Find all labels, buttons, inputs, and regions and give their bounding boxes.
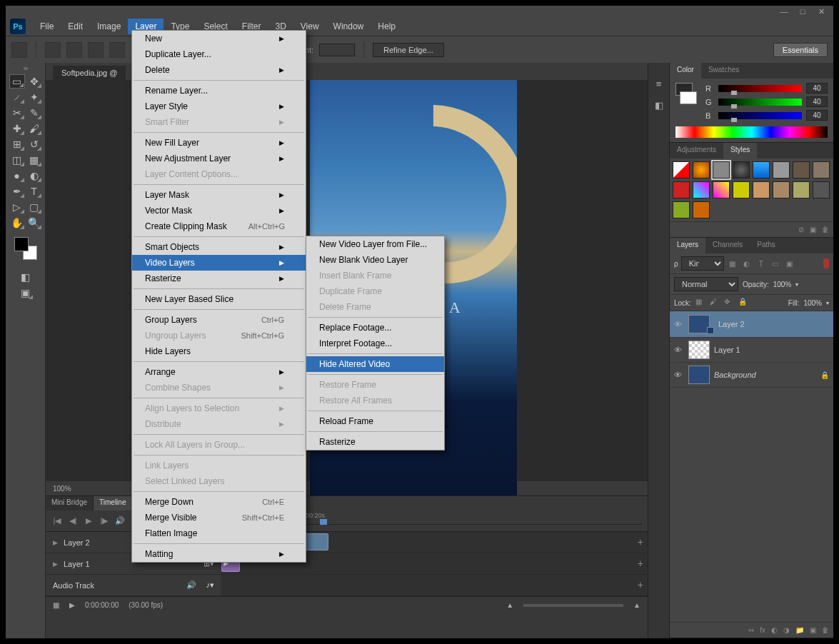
type-tool[interactable]: T [26, 184, 42, 198]
layer-row[interactable]: 👁Layer 1 [670, 338, 833, 363]
tab-styles[interactable]: Styles [723, 143, 757, 159]
adjustment-layer-icon[interactable]: ◑ [783, 626, 790, 634]
menu-item-new-video-layer-from-file[interactable]: New Video Layer from File... [306, 236, 444, 252]
tab-paths[interactable]: Paths [750, 238, 783, 253]
zoom-in-icon[interactable]: ▲ [633, 601, 640, 609]
dodge-tool[interactable]: ◐ [26, 168, 42, 183]
style-swatch[interactable] [733, 161, 750, 178]
selection-mode-add[interactable] [66, 42, 82, 58]
tab-mini-bridge[interactable]: Mini Bridge [46, 496, 94, 510]
tab-color[interactable]: Color [670, 63, 701, 79]
layer-name[interactable]: Background [714, 371, 756, 379]
menu-item-new-adjustment-layer[interactable]: New Adjustment Layer▶ [132, 151, 306, 166]
menu-item-new-layer-based-slice[interactable]: New Layer Based Slice [132, 291, 306, 307]
menu-item-vector-mask[interactable]: Vector Mask▶ [132, 203, 306, 218]
style-swatch[interactable] [673, 201, 690, 218]
magic-wand-tool[interactable]: ✦ [26, 90, 42, 104]
layer-mask-icon[interactable]: ◐ [771, 626, 778, 634]
style-none[interactable] [673, 161, 690, 178]
b-value[interactable] [806, 110, 828, 121]
new-layer-icon[interactable]: ▣ [810, 626, 816, 634]
filter-adjust-icon[interactable]: ◐ [741, 258, 753, 268]
layer-kind-filter[interactable]: Kind [681, 256, 724, 271]
gradient-tool[interactable]: ▦ [26, 153, 42, 167]
current-tool-icon[interactable] [11, 42, 27, 58]
menu-item-rename-layer[interactable]: Rename Layer... [132, 83, 306, 99]
style-swatch[interactable] [673, 181, 690, 198]
layer-row[interactable]: 👁Layer 2 [670, 311, 833, 338]
menu-item-smart-objects[interactable]: Smart Objects▶ [132, 239, 306, 255]
move-tool[interactable]: ✥ [26, 74, 42, 89]
quick-mask-toggle[interactable]: ◧ [18, 270, 34, 284]
workspace-essentials-button[interactable]: Essentials [773, 43, 828, 57]
layer-thumbnail[interactable] [688, 366, 710, 384]
tab-layers[interactable]: Layers [670, 238, 705, 253]
menu-item-rasterize[interactable]: Rasterize [306, 434, 444, 450]
style-swatch[interactable] [713, 161, 730, 178]
add-clip-button[interactable]: + [638, 536, 643, 548]
menu-item-merge-visible[interactable]: Merge VisibleShift+Ctrl+E [132, 510, 306, 525]
menu-item-hide-altered-video[interactable]: Hide Altered Video [306, 356, 444, 372]
menu-item-replace-footage[interactable]: Replace Footage... [306, 320, 444, 336]
refine-edge-button[interactable]: Refine Edge... [373, 43, 444, 57]
shape-tool[interactable]: ▢ [26, 200, 42, 214]
style-swatch[interactable] [733, 181, 750, 198]
layer-visibility-toggle[interactable]: 👁 [674, 371, 684, 379]
layer-group-icon[interactable]: 📁 [795, 626, 804, 634]
layer-effects-icon[interactable]: fx [760, 626, 765, 634]
close-button[interactable]: ✕ [812, 6, 830, 17]
menu-item-layer-mask[interactable]: Layer Mask▶ [132, 187, 306, 203]
menu-item-duplicate-layer[interactable]: Duplicate Layer... [132, 46, 306, 62]
filter-toggle[interactable] [823, 258, 829, 268]
tab-adjustments[interactable]: Adjustments [670, 143, 723, 159]
play-button[interactable]: ▶ [83, 515, 94, 527]
g-value[interactable] [806, 96, 828, 107]
timeline-zoom-slider[interactable] [523, 604, 623, 607]
lock-position-icon[interactable]: ✥ [724, 298, 734, 308]
healing-tool[interactable]: ✚ [9, 121, 25, 136]
selection-mode-subtract[interactable] [88, 42, 104, 58]
filter-pixel-icon[interactable]: ▦ [727, 258, 738, 268]
link-layers-icon[interactable]: ⇔ [748, 626, 754, 634]
color-spectrum[interactable] [675, 126, 828, 138]
menu-item-new-blank-video-layer[interactable]: New Blank Video Layer [306, 252, 444, 268]
menu-item-new[interactable]: New▶ [132, 31, 306, 46]
menu-item-group-layers[interactable]: Group LayersCtrl+G [132, 312, 306, 328]
add-clip-button[interactable]: + [638, 558, 643, 569]
no-style-icon[interactable]: ⊘ [798, 226, 804, 233]
pen-tool[interactable]: ✒ [9, 184, 25, 198]
track-header[interactable]: Audio Track🔊♪▾ [46, 575, 221, 595]
menu-item-matting[interactable]: Matting▶ [132, 546, 306, 562]
audio-icon[interactable]: 🔊 [186, 580, 196, 590]
style-swatch[interactable] [753, 181, 770, 198]
menu-item-delete[interactable]: Delete▶ [132, 62, 306, 78]
delete-layer-icon[interactable]: 🗑 [822, 626, 829, 634]
properties-panel-icon[interactable]: ◧ [653, 99, 665, 111]
menu-edit[interactable]: Edit [61, 19, 90, 34]
color-swatches[interactable] [14, 237, 37, 260]
b-slider[interactable] [718, 112, 802, 119]
menu-image[interactable]: Image [90, 19, 128, 34]
menu-item-new-fill-layer[interactable]: New Fill Layer▶ [132, 135, 306, 151]
blur-tool[interactable]: ● [9, 168, 25, 183]
filter-smart-icon[interactable]: ▣ [784, 258, 795, 268]
selection-mode-new[interactable] [45, 42, 61, 58]
tab-swatches[interactable]: Swatches [701, 63, 746, 79]
color-chips[interactable] [675, 83, 697, 124]
hand-tool[interactable]: ✋ [9, 216, 25, 230]
menu-item-rasterize[interactable]: Rasterize▶ [132, 271, 306, 286]
filter-shape-icon[interactable]: ▭ [770, 258, 781, 268]
style-swatch[interactable] [753, 161, 770, 178]
style-swatch[interactable] [793, 161, 810, 178]
r-value[interactable] [806, 83, 828, 94]
menu-help[interactable]: Help [371, 19, 403, 34]
frames-icon[interactable]: ▦ [53, 601, 59, 609]
brush-tool[interactable]: 🖌 [26, 121, 42, 136]
style-swatch[interactable] [793, 181, 810, 198]
style-swatch[interactable] [693, 201, 710, 218]
menu-file[interactable]: File [33, 19, 61, 34]
audio-menu-icon[interactable]: ♪▾ [206, 580, 215, 590]
menu-item-create-clipping-mask[interactable]: Create Clipping MaskAlt+Ctrl+G [132, 218, 306, 234]
r-slider[interactable] [718, 85, 802, 92]
history-panel-icon[interactable]: ≡ [653, 77, 665, 90]
